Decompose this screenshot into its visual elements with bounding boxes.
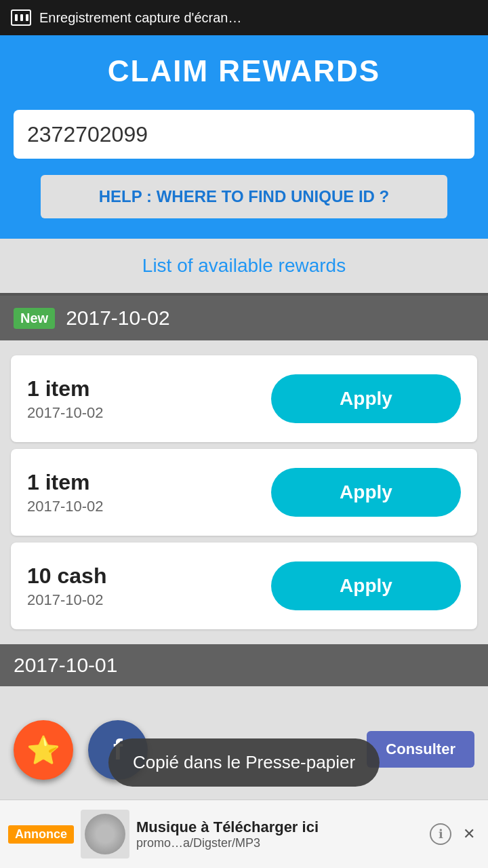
date-text: 2017-10-02 [66,307,169,330]
reward-card-2: 1 item2017-10-02Apply [11,449,477,536]
rewards-list-link[interactable]: List of available rewards [142,255,346,277]
date-header: New 2017-10-02 [0,296,488,340]
rewards-list-section: List of available rewards [0,239,488,293]
page-title: CLAIM REWARDS [14,54,474,88]
reward-card-3: 10 cash2017-10-02Apply [11,542,477,629]
apply-button-1[interactable]: Apply [271,374,461,423]
reward-date-2: 2017-10-02 [27,498,104,515]
ad-label: Annonce [8,825,74,844]
reward-date-1: 2017-10-02 [27,404,104,422]
ad-info-icon[interactable]: ℹ [430,823,451,845]
help-button[interactable]: HELP : WHERE TO FIND UNIQUE ID ? [41,175,447,218]
reward-title-3: 10 cash [27,564,106,589]
reward-info-2: 1 item2017-10-02 [27,470,104,515]
input-section [0,110,488,175]
bottom-date-text: 2017-10-01 [14,654,117,677]
help-section: HELP : WHERE TO FIND UNIQUE ID ? [0,175,488,239]
reward-info-3: 10 cash2017-10-02 [27,564,106,609]
consulter-button[interactable]: Consulter [367,731,474,768]
reward-title-2: 1 item [27,470,104,495]
apply-button-3[interactable]: Apply [271,561,461,610]
screenshot-icon [11,9,31,26]
unique-id-input[interactable] [14,110,474,159]
new-badge: New [14,308,55,329]
ad-thumbnail-image [85,814,125,854]
ad-subtitle: promo…a/Digster/MP3 [136,836,423,850]
reward-date-3: 2017-10-02 [27,591,106,609]
bottom-date-header: 2017-10-01 [0,644,488,686]
toast-notification: Copié dans le Presse-papier [108,738,380,787]
status-bar: Enregistrement capture d'écran… [0,0,488,35]
star-icon: ⭐ [26,734,60,766]
rewards-container: 1 item2017-10-02Apply1 item2017-10-02App… [0,340,488,644]
ad-thumbnail [81,810,129,859]
ad-banner: Annonce Musique à Télécharger ici promo…… [0,800,488,868]
ad-title: Musique à Télécharger ici [136,818,423,836]
fab-star-button[interactable]: ⭐ [14,720,73,780]
reward-info-1: 1 item2017-10-02 [27,376,104,422]
reward-card-1: 1 item2017-10-02Apply [11,355,477,442]
status-bar-text: Enregistrement capture d'écran… [39,10,241,26]
apply-button-2[interactable]: Apply [271,468,461,517]
reward-title-1: 1 item [27,376,104,401]
header: CLAIM REWARDS [0,35,488,110]
ad-content: Musique à Télécharger ici promo…a/Digste… [136,818,423,850]
ad-close-icon[interactable]: ✕ [458,823,480,845]
